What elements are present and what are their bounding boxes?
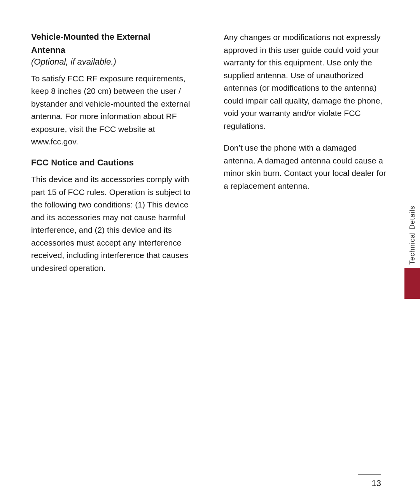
vehicle-title-line2: Antenna <box>31 45 196 55</box>
page-number: 13 <box>372 478 381 488</box>
sidebar-label: Technical Details <box>408 205 416 264</box>
vehicle-body: To satisfy FCC RF exposure requirements,… <box>31 72 196 148</box>
content-area: Vehicle-Mounted the External Antenna (Op… <box>31 31 389 284</box>
right-paragraph1: Any changes or modifications not express… <box>224 31 389 132</box>
page-container: Vehicle-Mounted the External Antenna (Op… <box>0 0 420 504</box>
fcc-notice-body: This device and its accessories comply w… <box>31 173 196 274</box>
left-column: Vehicle-Mounted the External Antenna (Op… <box>31 31 204 284</box>
right-paragraph2: Don’t use the phone with a damaged anten… <box>224 142 389 192</box>
section-vehicle-mounted: Vehicle-Mounted the External Antenna (Op… <box>31 31 196 148</box>
section-fcc-notice: FCC Notice and Cautions This device and … <box>31 158 196 274</box>
sidebar-tab: Technical Details <box>404 205 420 299</box>
fcc-notice-title: FCC Notice and Cautions <box>31 158 196 168</box>
page-divider <box>358 474 381 475</box>
right-column: Any changes or modifications not express… <box>220 31 389 284</box>
page-number-area: 13 <box>358 474 381 488</box>
vehicle-title-line1: Vehicle-Mounted the External <box>31 31 196 43</box>
sidebar-red-block <box>404 268 420 299</box>
vehicle-optional: (Optional, if available.) <box>31 57 196 67</box>
